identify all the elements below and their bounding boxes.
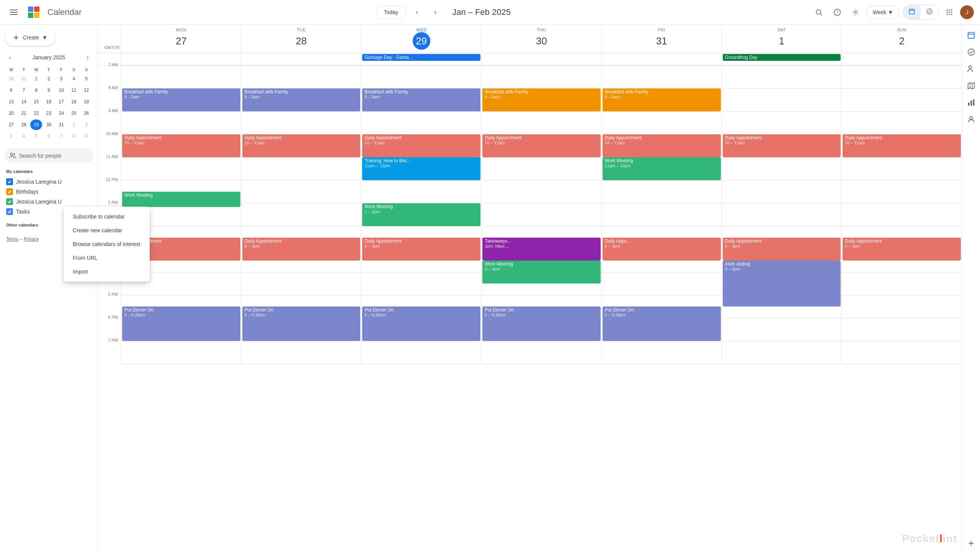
mini-cal-day[interactable]: 31: [56, 119, 67, 130]
mini-cal-day[interactable]: 29: [30, 119, 42, 130]
create-button[interactable]: Create ▼: [5, 29, 55, 46]
calendar-event[interactable]: Takeaways...2pm, https:...: [482, 238, 601, 261]
calendar-event[interactable]: Daily Appointment10 – 11am: [843, 134, 961, 157]
rp-check-icon[interactable]: [964, 44, 979, 60]
mini-cal-day[interactable]: 3: [56, 73, 67, 84]
rp-map-icon[interactable]: [964, 78, 979, 93]
calendar-event[interactable]: Breakfast with Family8 – 9am: [362, 88, 480, 111]
calendar-item-birthdays[interactable]: Birthdays: [5, 187, 93, 197]
calendar-event[interactable]: Daily Appointment2 – 3pm: [843, 238, 961, 261]
menu-button[interactable]: [6, 5, 21, 20]
mini-cal-day[interactable]: 18: [68, 96, 80, 107]
mini-cal-day[interactable]: 23: [43, 108, 55, 119]
mini-cal-day[interactable]: 3: [5, 131, 17, 142]
mini-cal-day[interactable]: 30: [5, 73, 17, 84]
mini-cal-day[interactable]: 2: [80, 119, 92, 130]
mini-cal-day[interactable]: 7: [56, 131, 67, 142]
search-people[interactable]: Search for people: [5, 148, 93, 163]
menu-browse-calendars[interactable]: Browse calendars of interest: [64, 237, 150, 251]
search-button[interactable]: [811, 5, 826, 20]
mini-cal-day[interactable]: 7: [18, 85, 30, 96]
mini-cal-day[interactable]: 1: [30, 73, 42, 84]
calendar-event[interactable]: Work Meeting3 – 4pm: [482, 261, 601, 284]
mini-cal-day[interactable]: 9: [80, 131, 92, 142]
rp-people-icon[interactable]: [964, 61, 979, 77]
mini-cal-day[interactable]: 8: [68, 131, 80, 142]
mini-cal-day[interactable]: 5: [80, 73, 92, 84]
menu-from-url[interactable]: From URL: [64, 251, 150, 265]
mini-cal-day[interactable]: 14: [18, 96, 30, 107]
allday-event-garbage[interactable]: Garbage Day - Garba...: [362, 54, 480, 61]
rp-calendar-icon[interactable]: [964, 28, 979, 43]
mini-cal-day[interactable]: 6: [5, 85, 17, 96]
calendar-event[interactable]: Breakfast with Family8 – 9am: [603, 88, 721, 111]
week-selector[interactable]: Week ▼: [866, 6, 900, 19]
mini-cal-day[interactable]: 28: [18, 119, 30, 130]
mini-cal-day[interactable]: 16: [43, 96, 55, 107]
mini-cal-day[interactable]: 19: [80, 96, 92, 107]
mini-cal-next[interactable]: ›: [82, 52, 93, 63]
calendar-event[interactable]: Breakfast with Family8 – 9am: [242, 88, 361, 111]
prev-button[interactable]: ‹: [409, 5, 425, 20]
calendar-event[interactable]: Work Meeting11am – 12pm: [603, 157, 721, 180]
mini-cal-day[interactable]: 11: [68, 85, 80, 96]
mini-cal-day[interactable]: 8: [30, 85, 42, 96]
mini-cal-day[interactable]: 2: [43, 73, 55, 84]
mini-cal-prev[interactable]: ‹: [5, 52, 15, 63]
mini-cal-day[interactable]: 6: [43, 131, 55, 142]
calendar-event[interactable]: Alvin visiting3 – 5pm: [723, 261, 841, 306]
mini-cal-day[interactable]: 1: [68, 119, 80, 130]
calendar-event[interactable]: Daily Appointment2 – 3pm: [723, 238, 841, 261]
mini-cal-day[interactable]: 9: [43, 85, 55, 96]
mini-cal-day[interactable]: 27: [5, 119, 17, 130]
calendar-event[interactable]: Daily Appointment2 – 3pm: [362, 238, 480, 261]
avatar[interactable]: J: [960, 5, 974, 19]
today-button[interactable]: Today: [376, 6, 406, 19]
settings-button[interactable]: [848, 5, 863, 20]
calendar-event[interactable]: Daily Appo...2 – 3pm: [603, 238, 721, 261]
allday-event-groundhog[interactable]: Groundhog Day: [723, 54, 841, 61]
mini-cal-day[interactable]: 20: [5, 108, 17, 119]
calendar-event[interactable]: Put Dinner On5 – 6:30pm: [482, 306, 601, 341]
calendar-item-jessica2[interactable]: Jessica Laregina U: [5, 197, 93, 207]
calendar-event[interactable]: Daily Appointment2 – 3pm: [242, 238, 361, 261]
mini-cal-day[interactable]: 15: [30, 96, 42, 107]
calendar-event[interactable]: Breakfast with Family8 – 9am: [482, 88, 601, 111]
mini-cal-day[interactable]: 21: [18, 108, 30, 119]
help-button[interactable]: ?: [830, 5, 845, 20]
calendar-event[interactable]: Put Dinner On5 – 6:30pm: [242, 306, 361, 341]
tasks-view-button[interactable]: [921, 5, 938, 19]
calendar-event[interactable]: Work Meeting1 – 2pm: [362, 203, 480, 226]
mini-cal-day[interactable]: 22: [30, 108, 42, 119]
mini-cal-day[interactable]: 30: [43, 119, 55, 130]
mini-cal-day[interactable]: 26: [80, 108, 92, 119]
calendar-event[interactable]: Daily Appointment10 – 11am: [242, 134, 361, 157]
mini-cal-day[interactable]: 24: [56, 108, 67, 119]
calendar-event[interactable]: Daily Appointment10 – 11am: [362, 134, 480, 157]
rp-contact-icon[interactable]: [964, 112, 979, 127]
mini-cal-day[interactable]: 4: [18, 131, 30, 142]
rp-chart-icon[interactable]: [964, 95, 979, 110]
next-button[interactable]: ›: [428, 5, 443, 20]
calendar-event[interactable]: Daily Appointment10 – 11am: [603, 134, 721, 157]
calendar-event[interactable]: Put Dinner On5 – 6:30pm: [122, 306, 240, 341]
calendar-event[interactable]: Put Dinner On5 – 6:30pm: [603, 306, 721, 341]
calendar-event[interactable]: Breakfast with Family8 – 9am: [122, 88, 240, 111]
calendar-event[interactable]: Training: How to Bec...11am – 12pm: [362, 157, 480, 180]
calendar-event[interactable]: Daily Appointment10 – 11am: [482, 134, 601, 157]
menu-subscribe[interactable]: Subscribe to calendar: [64, 210, 150, 223]
calendar-item-jessica1[interactable]: Jessica Laregina U: [5, 177, 93, 187]
mini-cal-day[interactable]: 4: [68, 73, 80, 84]
mini-cal-day[interactable]: 5: [30, 131, 42, 142]
mini-cal-day[interactable]: 17: [56, 96, 67, 107]
mini-cal-day[interactable]: 12: [80, 85, 92, 96]
mini-cal-day[interactable]: 13: [5, 96, 17, 107]
calendar-event[interactable]: Daily Appointment10 – 11am: [122, 134, 240, 157]
apps-button[interactable]: [942, 5, 957, 20]
mini-cal-day[interactable]: 31: [18, 73, 30, 84]
calendar-event[interactable]: Work Meeting: [122, 192, 240, 207]
mini-cal-day[interactable]: 10: [56, 85, 67, 96]
rp-add-icon[interactable]: [964, 536, 979, 551]
menu-import[interactable]: Import: [64, 265, 150, 279]
mini-cal-day[interactable]: 25: [68, 108, 80, 119]
